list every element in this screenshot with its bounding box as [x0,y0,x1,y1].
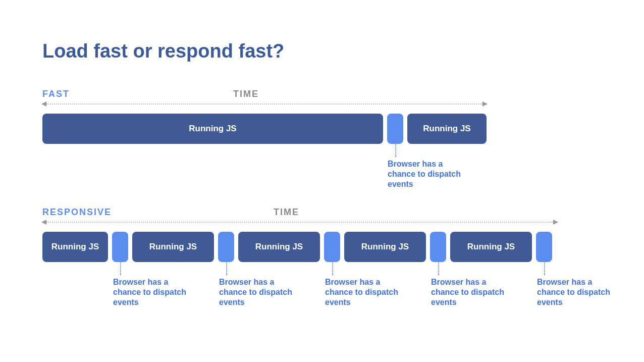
dispatch-caption: Browser has a chance to dispatch events [219,277,300,307]
running-js-block: Running JS [238,232,320,262]
dispatch-caption: Browser has a chance to dispatch events [325,277,406,307]
pointer-icon [120,261,121,275]
pointer-icon [544,261,545,275]
dispatch-slot [387,114,403,144]
pointer-icon [332,261,333,275]
dispatch-caption: Browser has a chance to dispatch events [537,277,618,307]
responsive-track: Running JS Running JS Running JS Running… [42,232,557,262]
running-js-block: Running JS [42,114,383,144]
responsive-section: RESPONSIVE TIME Running JS Running JS Ru… [42,210,604,262]
arrow-left-icon [41,101,46,107]
pointer-icon [226,261,227,275]
fast-section: FAST TIME Running JS Running JS Browser … [42,91,604,144]
responsive-axis-header: RESPONSIVE TIME [42,210,604,221]
arrow-right-icon [553,220,558,225]
running-js-block: Running JS [344,232,426,262]
responsive-label: RESPONSIVE [42,207,112,218]
arrow-left-icon [41,220,46,225]
time-label: TIME [233,89,259,99]
dispatch-slot [324,232,340,262]
dispatch-caption: Browser has a chance to dispatch events [431,277,512,307]
arrow-right-icon [482,101,488,107]
dispatch-slot [430,232,446,262]
pointer-icon [395,143,396,157]
fast-label: FAST [42,89,70,99]
dispatch-slot [536,232,552,262]
running-js-block: Running JS [42,232,108,262]
fast-timeline [42,104,487,105]
dispatch-caption: Browser has a chance to dispatch events [388,159,468,189]
fast-axis-header: FAST TIME [42,91,604,102]
running-js-block: Running JS [407,114,487,144]
responsive-timeline [42,222,557,223]
dispatch-slot [218,232,234,262]
fast-track: Running JS Running JS [42,114,487,144]
running-js-block: Running JS [450,232,532,262]
time-label: TIME [274,207,299,218]
dispatch-caption: Browser has a chance to dispatch events [113,277,194,307]
page-title: Load fast or respond fast? [42,40,604,62]
running-js-block: Running JS [132,232,214,262]
dispatch-slot [112,232,128,262]
pointer-icon [438,261,439,275]
